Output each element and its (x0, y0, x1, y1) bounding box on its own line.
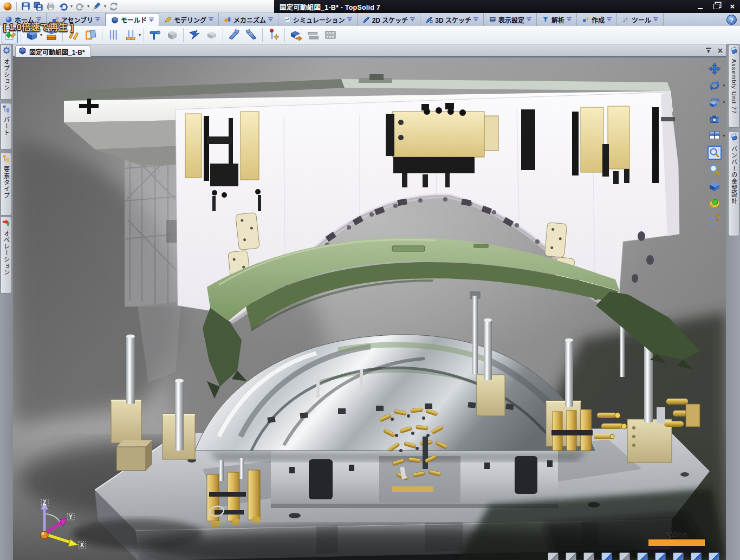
gear-icon (2, 46, 11, 57)
sidebar-tab-operations[interactable]: オペレーション (1, 217, 12, 294)
help-icon[interactable]: ? (726, 15, 737, 25)
bottom-icon-strip (548, 552, 719, 560)
tab-simulation[interactable]: シミュレーション (278, 13, 358, 26)
camera-icon[interactable] (707, 112, 722, 126)
tab-analysis[interactable]: 解析 (537, 13, 577, 26)
document-mold-icon (18, 47, 27, 56)
tab-menu-icon[interactable] (473, 16, 478, 23)
scale-bar: 200mm (648, 531, 705, 546)
save-all-icon[interactable] (33, 1, 43, 11)
view-orientation-icon[interactable]: ▾ (707, 95, 722, 109)
bottom-doc-icon-10[interactable] (709, 552, 719, 560)
pin-placement-wizard-icon[interactable] (265, 27, 282, 43)
tab-mechanism[interactable]: メカニズム (219, 13, 278, 26)
create-icon (582, 16, 589, 23)
sketch-3d-icon (425, 16, 433, 23)
ejector-pins-menu-icon[interactable]: ▾ (139, 32, 141, 37)
tab-mold[interactable]: モールド (106, 13, 159, 26)
playback-speed-overlay: [ 1.0倍速で再生 ] (3, 19, 73, 33)
save-icon[interactable] (21, 1, 31, 11)
sidebar-tab-options[interactable]: オプション (1, 44, 12, 100)
tab-2d-sketch[interactable]: 2D スケッチ (358, 13, 421, 26)
render-style-icon[interactable] (707, 196, 722, 210)
3d-scene (13, 57, 726, 560)
tab-3d-sketch[interactable]: 3D スケッチ (420, 13, 484, 26)
rotate-icon[interactable]: ▾ (707, 79, 722, 93)
pan-icon[interactable] (707, 62, 722, 76)
print-icon[interactable] (46, 1, 56, 11)
edit-icon[interactable] (92, 1, 102, 11)
view-toolbar: ▾ ▾ ▾ ? (707, 62, 722, 227)
tab-list-menu-icon[interactable]: ▼ (706, 48, 711, 54)
undo-menu-icon[interactable]: ▾ (70, 4, 73, 9)
slide-unit-icon[interactable] (186, 27, 203, 43)
tab-display-settings[interactable]: 表示設定 (484, 13, 537, 26)
electrode-tool-alt-icon[interactable] (243, 27, 259, 43)
tab-menu-icon[interactable] (268, 16, 273, 23)
mold-frame-icon[interactable] (83, 27, 99, 43)
close-document-icon[interactable]: × (718, 47, 723, 55)
redo-icon[interactable] (75, 1, 85, 11)
viewport-layout-icon[interactable]: ▾ (707, 129, 722, 143)
bottom-doc-icon-7[interactable] (655, 552, 666, 560)
bottom-doc-icon-3[interactable] (583, 552, 594, 560)
document-tab-active[interactable]: 固定可動組図_1-B* (15, 45, 91, 57)
mold-sequence-gray-icon[interactable] (322, 27, 339, 43)
bottom-doc-icon-1[interactable] (548, 552, 559, 560)
tab-menu-icon[interactable] (209, 16, 213, 23)
left-sidebar: オプション パート 要素タイプ オペレーション (0, 44, 13, 560)
document-icon (729, 46, 738, 57)
analysis-icon (542, 16, 549, 23)
tab-menu-icon[interactable] (527, 16, 531, 23)
bottom-doc-icon-9[interactable] (691, 552, 702, 560)
electrode-tool-icon[interactable] (226, 27, 242, 43)
sidebar-tab-assembly-unit[interactable]: Assembly Unit 77 (728, 44, 739, 128)
tab-menu-icon[interactable] (653, 16, 658, 23)
refresh-icon[interactable] (108, 1, 119, 11)
undo-icon[interactable] (58, 1, 68, 11)
tab-menu-icon[interactable] (347, 16, 352, 23)
tab-menu-icon[interactable] (410, 16, 415, 23)
redo-menu-icon[interactable]: ▾ (87, 4, 89, 9)
sidebar-tab-bumper-mold-design[interactable]: バンパーの金型設計 (728, 131, 739, 236)
zoom-window-icon[interactable] (707, 146, 722, 160)
bottom-doc-icon-6[interactable] (637, 552, 648, 560)
help-tip-icon[interactable]: ? (707, 213, 722, 227)
topsolid-logo-icon[interactable] (2, 1, 12, 11)
tab-create[interactable]: 作成 (577, 13, 617, 26)
zoom-icon[interactable] (707, 162, 722, 177)
bottom-doc-icon-2[interactable] (566, 552, 576, 560)
mold-insert-gray-icon[interactable] (164, 27, 180, 43)
minimize-button[interactable] (696, 3, 704, 10)
bottom-doc-icon-4[interactable] (601, 552, 612, 560)
bottom-doc-icon-5[interactable] (619, 552, 630, 560)
isometric-view-icon[interactable] (707, 179, 722, 193)
restore-button[interactable] (712, 3, 720, 10)
3d-viewport[interactable]: ▾ ▾ ▾ ? Z Y (13, 57, 726, 560)
title-bar: ▾ ▾ ▾ 固定可動組図_1-B* - TopSolid 7 × (0, 0, 740, 13)
tab-menu-icon[interactable] (607, 16, 612, 23)
tab-menu-icon[interactable] (95, 16, 100, 23)
ejector-pins-icon[interactable] (105, 27, 121, 43)
part-tree-icon (2, 105, 10, 115)
plate-tool-gray-icon[interactable] (305, 27, 321, 43)
scale-bar-label: 200mm (648, 531, 705, 538)
bottom-doc-icon-8[interactable] (673, 552, 684, 560)
ejector-pins-options-icon[interactable] (122, 27, 139, 43)
mold-split-icon[interactable] (288, 27, 304, 43)
tab-modeling[interactable]: モデリング (159, 13, 219, 26)
simulation-icon (283, 16, 291, 23)
axis-y-label: Y (69, 514, 73, 520)
sprue-bushing-icon[interactable] (147, 27, 163, 43)
axis-z-label: Z (43, 500, 46, 506)
tab-menu-icon[interactable] (567, 16, 572, 23)
edit-menu-icon[interactable]: ▾ (104, 4, 106, 9)
sidebar-tab-element-types[interactable]: 要素タイプ (1, 153, 12, 216)
mold-definition-menu-icon[interactable]: ▾ (40, 32, 42, 37)
insert-block-gray-icon[interactable] (204, 27, 220, 43)
close-button[interactable]: × (728, 3, 737, 10)
tab-menu-icon[interactable] (149, 16, 154, 24)
topsolid-window: ▾ ▾ ▾ 固定可動組図_1-B* - TopSolid 7 × ホーム アセン… (0, 0, 740, 560)
sidebar-tab-parts[interactable]: パート (1, 103, 12, 149)
tab-tools[interactable]: ツール (617, 13, 664, 26)
